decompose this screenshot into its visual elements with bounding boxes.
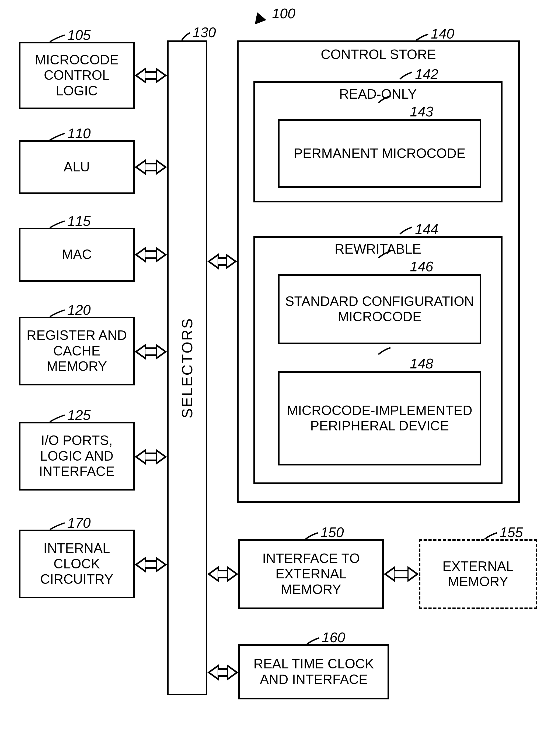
block-microcode-peripheral: MICROCODE-IMPLEMENTED PERIPHERAL DEVICE (278, 371, 481, 465)
arrow-110-selectors (135, 159, 167, 175)
arrow-150-155 (384, 566, 419, 582)
arrow-170-selectors (135, 557, 167, 573)
arrow-selectors-interface150 (207, 566, 238, 582)
interface-external-memory-label: INTERFACE TO EXTERNAL MEMORY (245, 551, 377, 598)
block-standard-config-microcode: STANDARD CONFIGURATION MICROCODE (278, 274, 481, 344)
ref-115: 115 (67, 213, 91, 229)
block-microcode-control-logic: MICROCODE CONTROL LOGIC (19, 42, 135, 109)
ref-148: 148 (410, 356, 433, 372)
block-io-ports: I/O PORTS, LOGIC AND INTERFACE (19, 422, 135, 490)
block-115-label: MAC (62, 247, 92, 263)
ref-160: 160 (322, 629, 345, 645)
control-store-title: CONTROL STORE (238, 47, 518, 63)
read-only-title: READ-ONLY (255, 87, 501, 102)
ref-140: 140 (431, 26, 454, 42)
real-time-clock-label: REAL TIME CLOCK AND INTERFACE (245, 656, 382, 687)
block-internal-clock: INTERNAL CLOCK CIRCUITRY (19, 530, 135, 598)
arrow-125-selectors (135, 449, 167, 465)
block-read-only: READ-ONLY 143 PERMANENT MICROCODE (253, 81, 503, 202)
ref-155: 155 (500, 524, 523, 540)
ref-105: 105 (67, 27, 91, 43)
block-170-label: INTERNAL CLOCK CIRCUITRY (26, 541, 128, 587)
block-selectors: SELECTORS (167, 41, 207, 696)
arrow-selectors-controlstore (207, 253, 237, 270)
block-interface-external-memory: INTERFACE TO EXTERNAL MEMORY (238, 539, 384, 609)
block-105-label: MICROCODE CONTROL LOGIC (26, 52, 128, 99)
ref-130: 130 (193, 24, 216, 41)
ref-142: 142 (415, 66, 438, 82)
block-alu: ALU (19, 140, 135, 194)
block-mac: MAC (19, 228, 135, 282)
block-register-cache-memory: REGISTER AND CACHE MEMORY (19, 317, 135, 385)
external-memory-label: EXTERNAL MEMORY (426, 559, 530, 590)
selectors-label: SELECTORS (179, 317, 196, 418)
ref-146: 146 (410, 259, 433, 275)
rewritable-title: REWRITABLE (255, 242, 501, 257)
block-rewritable: REWRITABLE 146 STANDARD CONFIGURATION MI… (253, 236, 503, 484)
block-real-time-clock: REAL TIME CLOCK AND INTERFACE (238, 644, 389, 700)
permanent-microcode-label: PERMANENT MICROCODE (294, 146, 465, 162)
ref-100-pointer (250, 13, 266, 28)
ref-143: 143 (410, 104, 433, 120)
block-120-label: REGISTER AND CACHE MEMORY (26, 328, 128, 374)
arrow-115-selectors (135, 247, 167, 263)
microcode-peripheral-label: MICROCODE-IMPLEMENTED PERIPHERAL DEVICE (285, 403, 474, 434)
block-external-memory: EXTERNAL MEMORY (419, 539, 537, 609)
ref-150: 150 (321, 524, 344, 540)
diagram-canvas: 100 105 MICROCODE CONTROL LOGIC 110 ALU … (0, 0, 558, 756)
ref-120: 120 (67, 302, 91, 318)
block-125-label: I/O PORTS, LOGIC AND INTERFACE (26, 433, 128, 480)
ref-100: 100 (272, 5, 296, 22)
ref-110: 110 (67, 125, 91, 142)
ref-170: 170 (67, 515, 91, 531)
block-permanent-microcode: PERMANENT MICROCODE (278, 119, 481, 188)
block-control-store: CONTROL STORE 142 READ-ONLY 143 PERMANEN… (237, 41, 520, 503)
ref-144: 144 (415, 221, 438, 238)
arrow-selectors-rtc160 (207, 664, 238, 681)
arrow-105-selectors (135, 67, 167, 83)
standard-config-label: STANDARD CONFIGURATION MICROCODE (285, 294, 474, 325)
ref-125: 125 (67, 407, 91, 423)
arrow-120-selectors (135, 344, 167, 360)
block-110-label: ALU (64, 159, 90, 175)
